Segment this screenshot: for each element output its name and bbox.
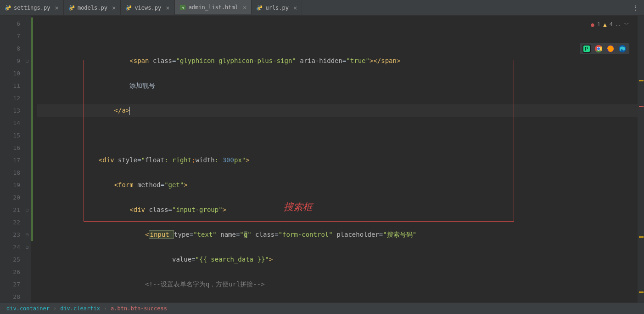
- svg-point-4: [127, 5, 128, 6]
- breadcrumb-item[interactable]: a.btn.btn-success: [111, 305, 167, 312]
- line-number: 28: [0, 291, 31, 303]
- line-number: 15: [0, 129, 31, 142]
- breadcrumb-item[interactable]: div.container: [6, 305, 50, 312]
- fold-icon[interactable]: ⊟: [26, 241, 28, 253]
- tab-admin-list[interactable]: H admin_list.html ×: [175, 0, 252, 15]
- text-caret: [129, 107, 130, 115]
- next-highlight-icon[interactable]: ﹀: [624, 18, 629, 31]
- close-icon[interactable]: ×: [293, 4, 297, 11]
- tab-label: models.py: [78, 5, 107, 11]
- line-number: 12: [0, 92, 31, 104]
- breadcrumb-item[interactable]: div.clearfix: [60, 305, 100, 312]
- line-number: 26: [0, 266, 31, 278]
- prev-highlight-icon[interactable]: ︿: [616, 18, 621, 31]
- annotation-label: 搜索框: [284, 200, 313, 213]
- python-icon: [5, 5, 11, 11]
- close-icon[interactable]: ×: [112, 4, 116, 11]
- line-number: 27: [0, 278, 31, 291]
- line-number: 9⊟: [0, 55, 31, 67]
- html-icon: H: [179, 4, 186, 11]
- firefox-icon[interactable]: [606, 45, 615, 53]
- svg-text:P: P: [585, 46, 588, 51]
- svg-point-17: [597, 47, 600, 50]
- error-count: 1: [597, 18, 600, 31]
- line-number: 14: [0, 117, 31, 129]
- edge-icon[interactable]: [618, 45, 627, 53]
- pycharm-icon[interactable]: P: [582, 45, 591, 53]
- line-number: 11: [0, 80, 31, 92]
- svg-point-2: [70, 5, 71, 6]
- line-number: 16: [0, 142, 31, 154]
- gutter: 6 7 8 9⊟ 10 11 12 13 14 15 16 17 18 19 2…: [0, 16, 31, 303]
- line-number: 10: [0, 67, 31, 80]
- line-number: 25: [0, 253, 31, 266]
- editor-area: 6 7 8 9⊟ 10 11 12 13 14 15 16 17 18 19 2…: [0, 16, 644, 303]
- tab-models[interactable]: models.py ×: [64, 0, 121, 15]
- more-icon[interactable]: ⋮: [627, 0, 644, 15]
- svg-point-0: [6, 5, 7, 6]
- line-number: 24⊟: [0, 241, 31, 253]
- line-number: 21⊟: [0, 204, 31, 216]
- breadcrumb: div.container › div.clearfix › a.btn.btn…: [0, 303, 644, 314]
- fold-icon[interactable]: ⊟: [26, 204, 28, 216]
- editor-tabs: settings.py × models.py × views.py × H a…: [0, 0, 644, 16]
- line-number: 22: [0, 216, 31, 228]
- line-number: 13: [0, 104, 31, 117]
- line-number: 7: [0, 30, 31, 42]
- close-icon[interactable]: ×: [55, 4, 58, 11]
- fold-icon[interactable]: ⊟: [26, 55, 28, 67]
- chrome-icon[interactable]: [594, 45, 603, 53]
- python-icon: [68, 5, 75, 11]
- warning-mark[interactable]: [639, 291, 644, 293]
- error-stripe[interactable]: [638, 16, 644, 303]
- fold-icon[interactable]: ⊟: [26, 228, 28, 241]
- svg-point-5: [129, 9, 130, 10]
- browser-preview-icons: P: [580, 43, 629, 54]
- warning-mark[interactable]: [639, 80, 644, 81]
- code-editor[interactable]: <span class="glyphicon glyphicon-plus-si…: [31, 16, 638, 303]
- line-number: 6: [0, 17, 31, 30]
- svg-point-1: [9, 9, 9, 10]
- svg-point-3: [73, 9, 73, 10]
- error-mark[interactable]: [639, 106, 644, 107]
- line-number: 20: [0, 191, 31, 204]
- tab-label: urls.py: [265, 5, 289, 11]
- warning-count: 4: [610, 18, 613, 31]
- tab-urls[interactable]: urls.py ×: [252, 0, 302, 15]
- line-number: 8: [0, 42, 31, 55]
- vcs-change-marker: [31, 17, 33, 241]
- svg-point-9: [260, 9, 261, 10]
- error-icon: ●: [591, 18, 594, 31]
- svg-text:H: H: [181, 6, 183, 9]
- line-number: 18: [0, 166, 31, 179]
- python-icon: [256, 5, 263, 11]
- line-number: 23⊟: [0, 228, 31, 241]
- tab-views[interactable]: views.py ×: [121, 0, 174, 15]
- tab-settings[interactable]: settings.py ×: [0, 0, 64, 15]
- inspection-indicators[interactable]: ●1 ▲4 ︿ ﹀: [591, 18, 629, 31]
- line-number: 19: [0, 179, 31, 191]
- tab-label: admin_list.html: [189, 4, 238, 11]
- chevron-right-icon: ›: [53, 305, 56, 312]
- svg-point-8: [258, 5, 258, 6]
- warning-mark[interactable]: [639, 236, 644, 238]
- tab-label: settings.py: [14, 5, 50, 11]
- tab-label: views.py: [134, 5, 161, 11]
- warning-icon: ▲: [603, 18, 607, 31]
- close-icon[interactable]: ×: [243, 4, 246, 11]
- chevron-right-icon: ›: [104, 305, 107, 312]
- python-icon: [125, 5, 132, 11]
- close-icon[interactable]: ×: [166, 4, 169, 11]
- line-number: 17: [0, 154, 31, 166]
